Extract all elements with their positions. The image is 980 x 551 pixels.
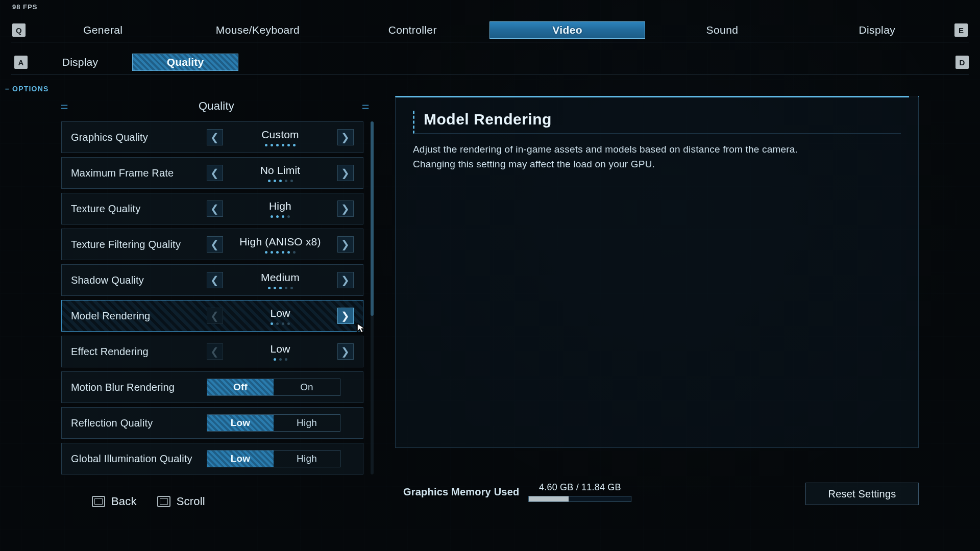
subtab-quality[interactable]: Quality — [133, 54, 238, 70]
setting-effect-rendering[interactable]: Effect Rendering❮Low❯ — [61, 336, 363, 367]
setting-graphics-quality[interactable]: Graphics Quality❮Custom❯ — [61, 121, 363, 153]
setting-label: Graphics Quality — [71, 132, 207, 143]
toggle-option-low[interactable]: Low — [207, 450, 274, 467]
setting-value: Custom — [261, 129, 299, 141]
setting-label: Texture Filtering Quality — [71, 239, 207, 251]
reset-settings-button[interactable]: Reset Settings — [805, 483, 919, 505]
scroll-hint: Scroll — [157, 495, 205, 508]
section-title: Quality — [199, 99, 234, 113]
top-nav: Q GeneralMouse/KeyboardControllerVideoSo… — [11, 18, 969, 42]
gpu-memory-label: Graphics Memory Used — [403, 486, 519, 498]
nav-key-right[interactable]: E — [954, 23, 968, 37]
setting-label: Motion Blur Rendering — [71, 382, 207, 393]
arrow-left-icon: ❮ — [207, 343, 223, 360]
toggle: LowHigh — [207, 450, 340, 467]
toggle-option-on[interactable]: On — [274, 379, 340, 395]
setting-value: High — [269, 200, 291, 212]
tab-video[interactable]: Video — [490, 22, 645, 38]
setting-label: Shadow Quality — [71, 274, 207, 286]
arrow-left-icon[interactable]: ❮ — [207, 272, 223, 288]
setting-value: Medium — [261, 271, 300, 284]
back-label: Back — [111, 495, 137, 508]
detail-panel: Model Rendering Adjust the rendering of … — [395, 96, 919, 448]
arrow-right-icon[interactable]: ❯ — [337, 236, 354, 253]
tab-sound[interactable]: Sound — [645, 22, 799, 38]
toggle-option-high[interactable]: High — [274, 450, 340, 467]
back-button[interactable]: Back — [92, 495, 137, 508]
arrow-left-icon: ❮ — [207, 308, 223, 324]
setting-value: Low — [270, 307, 290, 319]
setting-model-rendering[interactable]: Model Rendering❮Low❯ — [61, 300, 363, 332]
tab-controller[interactable]: Controller — [335, 22, 490, 38]
tab-general[interactable]: General — [26, 22, 180, 38]
gpu-memory-bar — [528, 496, 631, 502]
detail-body: Adjust the rendering of in-game assets a… — [413, 142, 811, 172]
tab-display[interactable]: Display — [800, 22, 954, 38]
scroll-label: Scroll — [177, 495, 205, 508]
toggle-option-off[interactable]: Off — [207, 379, 274, 395]
setting-reflection-quality[interactable]: Reflection QualityLowHigh — [61, 407, 363, 439]
fps-counter: 98 FPS — [12, 3, 37, 11]
subnav-key-right[interactable]: D — [955, 56, 969, 69]
setting-value: No Limit — [260, 164, 301, 177]
setting-label: Reflection Quality — [71, 417, 207, 429]
toggle: OffOn — [207, 379, 340, 396]
settings-list: Graphics Quality❮Custom❯Maximum Frame Ra… — [61, 121, 372, 474]
toggle: LowHigh — [207, 414, 340, 432]
arrow-right-icon[interactable]: ❯ — [337, 165, 354, 181]
settings-scrollbar[interactable] — [371, 121, 374, 474]
setting-texture-quality[interactable]: Texture Quality❮High❯ — [61, 193, 363, 224]
arrow-right-icon[interactable]: ❯ — [337, 308, 354, 324]
subnav-key-left[interactable]: A — [14, 56, 28, 69]
gamepad-icon — [92, 496, 105, 507]
sub-nav: A DisplayQuality D — [11, 50, 969, 75]
arrow-right-icon[interactable]: ❯ — [337, 129, 354, 145]
gpu-memory: Graphics Memory Used 4.60 GB / 11.84 GB — [403, 482, 631, 502]
setting-maximum-frame-rate[interactable]: Maximum Frame Rate❮No Limit❯ — [61, 157, 363, 189]
setting-label: Global Illumination Quality — [71, 453, 207, 465]
arrow-right-icon[interactable]: ❯ — [337, 272, 354, 288]
arrow-left-icon[interactable]: ❮ — [207, 129, 223, 145]
toggle-option-low[interactable]: Low — [207, 415, 274, 431]
setting-label: Effect Rendering — [71, 346, 207, 358]
setting-motion-blur-rendering[interactable]: Motion Blur RenderingOffOn — [61, 371, 363, 403]
setting-label: Texture Quality — [71, 203, 207, 215]
toggle-option-high[interactable]: High — [274, 415, 340, 431]
gpu-memory-value: 4.60 GB / 11.84 GB — [539, 482, 621, 493]
setting-label: Maximum Frame Rate — [71, 167, 207, 179]
arrow-left-icon[interactable]: ❮ — [207, 236, 223, 253]
arrow-left-icon[interactable]: ❮ — [207, 201, 223, 217]
setting-label: Model Rendering — [71, 310, 207, 322]
section-header: –– Quality –– — [61, 96, 372, 116]
setting-value: Low — [270, 343, 290, 355]
setting-value: High (ANISO x8) — [239, 236, 321, 248]
arrow-right-icon[interactable]: ❯ — [337, 201, 354, 217]
subtab-display[interactable]: Display — [28, 54, 133, 70]
setting-shadow-quality[interactable]: Shadow Quality❮Medium❯ — [61, 264, 363, 296]
setting-texture-filtering-quality[interactable]: Texture Filtering Quality❮High (ANISO x8… — [61, 229, 363, 260]
gamepad-icon — [157, 496, 170, 507]
nav-key-left[interactable]: Q — [12, 23, 26, 37]
tab-mouse-keyboard[interactable]: Mouse/Keyboard — [180, 22, 335, 38]
detail-title: Model Rendering — [413, 111, 901, 134]
arrow-left-icon[interactable]: ❮ — [207, 165, 223, 181]
options-label: OPTIONS — [5, 85, 49, 93]
arrow-right-icon[interactable]: ❯ — [337, 343, 354, 360]
